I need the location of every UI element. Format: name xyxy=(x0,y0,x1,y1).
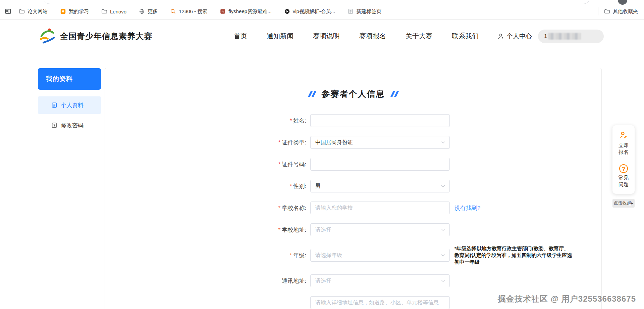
browser-chrome: 论文网站 我的学习 Lenovo 更多 12306 - 搜索 flysheep资… xyxy=(0,0,644,19)
sidebar-item-change-password[interactable]: 修改密码 xyxy=(38,117,101,134)
chevron-down-icon xyxy=(441,253,445,258)
gender-select[interactable]: 男 xyxy=(310,180,450,192)
required-asterisk: * xyxy=(290,183,292,189)
site-logo-icon xyxy=(38,27,56,45)
chevron-down-icon xyxy=(441,278,445,283)
bookmark-label: 我的学习 xyxy=(69,8,89,15)
bookmark-label: 12306 - 搜索 xyxy=(179,8,207,15)
school-name-input[interactable] xyxy=(310,202,450,214)
register-now-button[interactable]: 立即 报名 xyxy=(612,129,635,159)
bookmark-item[interactable]: 更多 xyxy=(139,8,158,15)
orange-badge-icon xyxy=(60,8,66,15)
school-address-placeholder: 请选择 xyxy=(315,226,331,233)
form-row-grade: *年级: 请选择年级 *年级选择以地方教育行政主管部门(教委、教育厅、教育局)认… xyxy=(105,245,601,265)
collapse-panel-button[interactable]: 点击收起▸ xyxy=(612,199,635,208)
red-site-icon xyxy=(219,8,226,15)
sidebar-item-personal-info[interactable]: 个人资料 xyxy=(38,96,101,114)
register-person-pen-icon xyxy=(619,131,628,139)
password-card-icon xyxy=(51,122,57,128)
name-input[interactable] xyxy=(310,114,450,127)
school-not-found-link[interactable]: 没有找到? xyxy=(454,204,480,212)
id-number-input[interactable] xyxy=(310,158,450,171)
field-label: 通讯地址: xyxy=(282,278,306,284)
bookmark-label: Lenovo xyxy=(110,9,126,14)
user-center-button[interactable]: 个人中心 xyxy=(497,32,532,41)
field-label: 证件号码: xyxy=(282,161,306,168)
field-label: 学校地址: xyxy=(282,227,306,233)
form-row-mailing-address: 通讯地址: 请选择 xyxy=(105,274,601,287)
nav-item-news[interactable]: 通知新闻 xyxy=(267,32,293,41)
required-asterisk: * xyxy=(278,205,281,211)
grade-placeholder: 请选择年级 xyxy=(315,252,342,259)
id-type-value: 中国居民身份证 xyxy=(315,139,353,146)
field-label: 姓名: xyxy=(293,118,306,124)
nav-item-home[interactable]: 首页 xyxy=(234,32,247,41)
faq-label-line1: 常见 xyxy=(612,174,635,181)
bookmark-item[interactable]: 我的学习 xyxy=(60,8,89,15)
nav-item-registration[interactable]: 赛项报名 xyxy=(359,32,386,41)
form-title: 参赛者个人信息 xyxy=(322,88,385,99)
bookmark-label: 论文网站 xyxy=(28,8,48,15)
user-center-label: 个人中心 xyxy=(506,32,532,41)
id-type-select[interactable]: 中国居民身份证 xyxy=(310,136,450,149)
bookmarks-separator xyxy=(13,7,13,15)
folder-icon xyxy=(18,8,25,15)
form-row-id-number: *证件号码: xyxy=(105,158,601,171)
faq-label-line2: 问题 xyxy=(612,181,635,188)
field-label: 证件类型: xyxy=(282,139,306,146)
required-asterisk: * xyxy=(278,139,281,146)
panel-divider xyxy=(616,160,631,160)
gender-value: 男 xyxy=(315,183,321,190)
other-bookmarks-button[interactable]: 其他收藏夹 xyxy=(604,8,638,15)
form-row-id-type: *证件类型: 中国居民身份证 xyxy=(105,136,601,149)
bookmark-item[interactable]: 新建标签页 xyxy=(347,8,381,15)
bookmark-item[interactable]: 12306 - 搜索 xyxy=(170,8,207,15)
profile-doc-icon xyxy=(51,102,57,108)
form-row-name: *姓名: xyxy=(105,114,601,127)
question-mark-icon: ? xyxy=(619,164,628,173)
form-row-gender: *性别: 男 xyxy=(105,180,601,192)
chevron-down-icon xyxy=(441,227,445,232)
chevron-down-icon xyxy=(441,184,445,188)
bookmark-label: vip视频解析-会员... xyxy=(293,8,335,15)
side-panel-icon[interactable] xyxy=(5,8,11,15)
main-nav: 首页 通知新闻 赛项说明 赛项报名 关于大赛 联系我们 xyxy=(234,32,479,41)
search-icon xyxy=(170,8,176,15)
register-label-line2: 报名 xyxy=(612,149,635,156)
required-asterisk: * xyxy=(290,118,292,124)
field-label: 学校名称: xyxy=(282,205,306,211)
user-phone-button[interactable]: 1 xyxy=(538,30,604,43)
bookmark-item[interactable]: flysheep资源避难... xyxy=(219,8,271,15)
address-bar[interactable] xyxy=(43,0,590,4)
nav-item-event-info[interactable]: 赛项说明 xyxy=(313,32,340,41)
sidebar-menu: 个人资料 修改密码 xyxy=(38,96,101,134)
address-detail-input[interactable] xyxy=(310,296,450,309)
school-address-select[interactable]: 请选择 xyxy=(310,223,450,236)
sidebar-item-label: 修改密码 xyxy=(61,122,84,129)
nav-item-contact[interactable]: 联系我们 xyxy=(452,32,479,41)
collapse-arrow-icon: ▸ xyxy=(631,201,634,206)
folder-icon xyxy=(604,8,610,15)
grade-note: *年级选择以地方教育行政主管部门(教委、教育厅、教育局)认定的学段为准，如五四制… xyxy=(454,245,573,265)
phone-prefix: 1 xyxy=(544,33,547,40)
person-icon xyxy=(497,33,504,40)
bookmark-item[interactable]: Lenovo xyxy=(101,8,126,15)
faq-button[interactable]: ? 常见 问题 xyxy=(612,163,635,191)
required-asterisk: * xyxy=(278,227,281,233)
sidebar-title: 我的资料 xyxy=(38,68,101,90)
profile-sidebar: 我的资料 个人资料 修改密码 xyxy=(38,68,101,137)
form-row-school-address: *学校地址: 请选择 xyxy=(105,223,601,236)
grade-select[interactable]: 请选择年级 xyxy=(310,249,450,262)
bookmark-item[interactable]: 论文网站 xyxy=(18,8,48,15)
nav-item-about[interactable]: 关于大赛 xyxy=(406,32,432,41)
title-slashes-right-icon xyxy=(392,91,397,97)
personal-info-card: 参赛者个人信息 *姓名: *证件类型: 中国居民身份证 *证件号码: *性别: xyxy=(105,68,602,309)
globe-icon xyxy=(139,8,145,15)
mailing-address-select[interactable]: 请选择 xyxy=(310,274,450,287)
register-label-line1: 立即 xyxy=(612,142,635,149)
field-label: 性别: xyxy=(293,183,306,189)
watermark: 掘金技术社区 @ 用户325536638675 xyxy=(498,294,636,304)
page-icon xyxy=(347,8,354,15)
bookmark-item[interactable]: vip视频解析-会员... xyxy=(284,8,335,15)
bookmarks-separator xyxy=(598,7,598,15)
